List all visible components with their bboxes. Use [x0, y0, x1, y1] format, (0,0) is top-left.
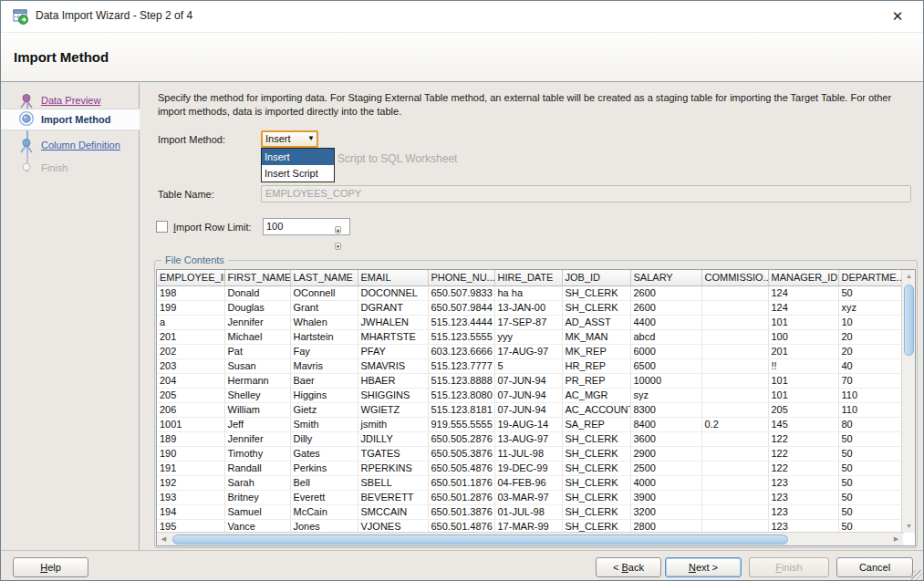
table-cell: 110 [838, 402, 903, 417]
table-cell: 101 [768, 315, 838, 329]
table-cell: Donald [224, 285, 290, 300]
table-cell: Grant [290, 300, 358, 315]
table-cell: 80 [838, 417, 903, 431]
help-button[interactable]: Help [13, 557, 88, 577]
table-cell: 11-JUL-98 [494, 446, 562, 461]
table-cell: Dilly [290, 431, 358, 446]
wizard-content: Specify the method for importing data. F… [140, 83, 924, 550]
column-header[interactable]: SALARY [630, 270, 701, 285]
dropdown-option-insert-script[interactable]: Insert Script [262, 165, 334, 182]
column-header[interactable]: JOB_ID [562, 270, 630, 285]
step-finish: Finish [1, 160, 140, 178]
table-cell: HR_REP [562, 358, 630, 373]
table-row[interactable]: 204HermannBaerHBAER515.123.888807-JUN-94… [157, 373, 903, 388]
column-header[interactable]: FIRST_NAME [224, 270, 290, 285]
spin-down-icon[interactable]: ▼ [335, 243, 341, 250]
table-cell: 190 [157, 446, 224, 461]
table-cell: Higgins [290, 388, 358, 402]
table-cell: 650.501.1876 [428, 475, 494, 490]
step-column-definition[interactable]: Column Definition [1, 137, 140, 155]
file-contents-grid: EMPLOYEE_IDFIRST_NAMELAST_NAMEEMAILPHONE… [156, 269, 916, 546]
step-data-preview[interactable]: Data Preview [1, 92, 140, 110]
row-limit-label: Import Row Limit: [173, 222, 252, 233]
table-cell [701, 373, 768, 388]
table-row[interactable]: 194SamuelMcCainSMCCAIN650.501.387601-JUL… [157, 504, 903, 519]
table-cell [701, 461, 768, 475]
table-cell: SMAVRIS [358, 358, 428, 373]
vertical-scroll-thumb[interactable] [904, 285, 914, 356]
next-button[interactable]: Next > [665, 557, 742, 577]
step-import-method[interactable]: Import Method [1, 109, 140, 130]
vertical-scrollbar[interactable]: ▲ ▼ [901, 270, 915, 533]
dropdown-option-insert[interactable]: Insert [262, 149, 334, 165]
table-cell: 20 [838, 329, 903, 344]
scroll-down-icon[interactable]: ▼ [902, 520, 916, 533]
description-text: Specify the method for importing data. F… [158, 91, 913, 119]
table-cell: Hermann [224, 373, 290, 388]
table-cell: 8400 [630, 417, 701, 431]
table-row[interactable]: 1001JeffSmithjsmith919.555.555519-AUG-14… [157, 417, 903, 431]
spin-up-icon[interactable]: ▲ [335, 226, 341, 233]
table-name-label: Table Name: [158, 189, 214, 200]
scroll-right-icon[interactable]: ▶ [889, 533, 903, 545]
column-header[interactable]: HIRE_DATE [494, 270, 562, 285]
table-cell: SHIGGINS [358, 388, 428, 402]
table-cell: TGATES [358, 446, 428, 461]
close-icon[interactable]: ✕ [888, 7, 907, 26]
table-cell: 515.123.8080 [428, 388, 494, 402]
scroll-left-icon[interactable]: ◀ [157, 533, 171, 545]
table-cell: Gates [290, 446, 358, 461]
table-cell: 145 [768, 417, 838, 431]
table-row[interactable]: 202PatFayPFAY603.123.666617-AUG-97MK_REP… [157, 344, 903, 358]
table-row[interactable]: 201MichaelHartsteinMHARTSTE515.123.5555y… [157, 329, 903, 344]
table-cell: 100 [768, 329, 838, 344]
table-cell: 515.123.7777 [428, 358, 494, 373]
table-row[interactable]: 189JenniferDillyJDILLY650.505.287613-AUG… [157, 431, 903, 446]
row-limit-checkbox[interactable] [156, 221, 168, 233]
table-row[interactable]: 192SarahBellSBELL650.501.187604-FEB-96SH… [157, 475, 903, 490]
table-cell: MHARTSTE [358, 329, 428, 344]
back-button[interactable]: < Back [596, 557, 661, 577]
table-row[interactable]: 198DonaldOConnellDOCONNEL650.507.9833ha … [157, 285, 903, 300]
table-cell: 124 [768, 300, 838, 315]
table-row[interactable]: 199DouglasGrantDGRANT650.507.984413-JAN-… [157, 300, 903, 315]
cancel-button[interactable]: Cancel [836, 557, 913, 577]
column-header[interactable]: DEPARTME... [838, 270, 903, 285]
table-cell: 101 [768, 373, 838, 388]
table-cell: 10000 [630, 373, 701, 388]
column-header[interactable]: MANAGER_ID [768, 270, 838, 285]
table-cell: OConnell [290, 285, 358, 300]
table-row[interactable]: 190TimothyGatesTGATES650.505.387611-JUL-… [157, 446, 903, 461]
table-cell [701, 504, 768, 519]
table-cell: 123 [768, 504, 838, 519]
column-header[interactable]: LAST_NAME [290, 270, 358, 285]
table-row[interactable]: 191RandallPerkinsRPERKINS650.505.487619-… [157, 461, 903, 475]
column-header[interactable]: PHONE_NU... [428, 270, 494, 285]
horizontal-scrollbar[interactable]: ◀ ▶ [157, 532, 903, 545]
table-cell: 0.2 [701, 417, 768, 431]
table-row[interactable]: aJenniferWhalenJWHALEN515.123.444417-SEP… [157, 315, 903, 329]
table-row[interactable]: 203SusanMavrisSMAVRIS515.123.77775HR_REP… [157, 358, 903, 373]
table-row[interactable]: 193BritneyEverettBEVERETT650.501.287603-… [157, 490, 903, 504]
table-row[interactable]: 205ShelleyHigginsSHIGGINS515.123.808007-… [157, 388, 903, 402]
table-cell: Gietz [290, 402, 358, 417]
horizontal-scroll-thumb[interactable] [172, 534, 788, 545]
import-method-combobox[interactable]: Insert ▼ [261, 130, 318, 148]
table-row[interactable]: 206WilliamGietzWGIETZ515.123.818107-JUN-… [157, 402, 903, 417]
obscured-worksheet-label: Script to SQL Worksheet [337, 152, 457, 165]
table-cell: 5 [494, 358, 562, 373]
wizard-table-icon [13, 9, 28, 25]
table-cell: 204 [157, 373, 224, 388]
scroll-up-icon[interactable]: ▲ [902, 270, 916, 283]
table-cell: 205 [157, 388, 224, 402]
resize-grip[interactable] [911, 570, 922, 581]
table-cell: Michael [224, 329, 290, 344]
table-cell: Jennifer [224, 315, 290, 329]
table-cell: 17-AUG-97 [494, 344, 562, 358]
column-header[interactable]: COMMISSIO... [701, 270, 768, 285]
row-limit-spinner[interactable]: 100 ▲ ▼ [263, 218, 350, 235]
column-header[interactable]: EMAIL [358, 270, 428, 285]
wizard-header: Import Method [1, 32, 923, 82]
column-header[interactable]: EMPLOYEE_ID [157, 270, 224, 285]
table-cell: 650.505.4876 [428, 461, 494, 475]
